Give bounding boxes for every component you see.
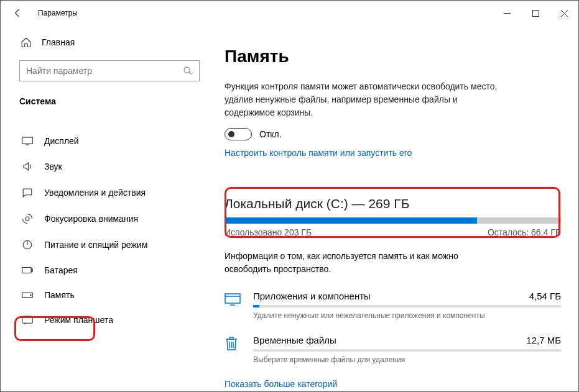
apps-icon (225, 291, 241, 306)
sidebar-item-battery[interactable]: Батарея (13, 258, 200, 283)
sidebar-item-label: Режим планшета (44, 315, 113, 325)
category-size: 12,7 МБ (526, 335, 561, 345)
category-hint: Выберите временные файлы для удаления (253, 355, 561, 364)
svg-line-5 (189, 72, 192, 75)
disk-used-label: Использовано 203 ГБ (225, 227, 312, 237)
storage-sense-desc: Функция контроля памяти может автоматиче… (225, 80, 498, 119)
svg-point-8 (25, 217, 29, 221)
svg-rect-15 (22, 316, 33, 323)
disk-section: Локальный диск (C:) — 269 ГБ Использован… (225, 196, 561, 237)
window-title: Параметры (38, 9, 78, 17)
minimize-button[interactable] (493, 3, 521, 23)
battery-icon (22, 267, 33, 274)
sidebar-item-label: Батарея (44, 265, 78, 275)
category-size: 4,54 ГБ (529, 291, 561, 301)
sidebar-item-label: Дисплей (44, 136, 79, 146)
sidebar-home[interactable]: Главная (13, 32, 200, 53)
back-button[interactable] (12, 7, 24, 19)
notifications-icon (22, 187, 33, 198)
sidebar-item-label: Звук (44, 162, 62, 171)
search-input[interactable] (26, 66, 183, 76)
sidebar-item-label: Питание и спящий режим (44, 240, 147, 250)
storage-info-text: Информация о том, как используется памят… (225, 250, 492, 276)
settings-window: Параметры Главная (0, 0, 579, 392)
search-icon (183, 66, 193, 76)
maximize-button[interactable] (521, 3, 550, 23)
sidebar-nav: Дисплей Звук Уведомления и действия Фоку… (13, 129, 200, 332)
home-icon (21, 37, 32, 48)
svg-rect-6 (22, 137, 33, 144)
svg-rect-16 (225, 294, 240, 303)
disk-free-label: Осталось: 66,4 ГБ (488, 227, 561, 237)
sidebar-item-label: Фокусировка внимания (44, 214, 138, 224)
svg-rect-12 (32, 269, 33, 272)
sidebar-item-tablet[interactable]: Режим планшета (13, 308, 200, 332)
sidebar-home-label: Главная (42, 37, 75, 47)
window-controls (493, 3, 578, 23)
category-hint: Удалите ненужные или нежелательные прило… (253, 311, 561, 320)
close-button[interactable] (550, 3, 578, 23)
sidebar-item-sound[interactable]: Звук (13, 153, 200, 180)
category-apps[interactable]: Приложения и компоненты 4,54 ГБ Удалите … (225, 291, 561, 320)
disk-title: Локальный диск (C:) — 269 ГБ (225, 196, 561, 211)
sidebar-item-power[interactable]: Питание и спящий режим (13, 232, 200, 258)
sidebar-item-label: Память (44, 290, 75, 300)
toggle-label: Откл. (259, 129, 282, 139)
category-name: Временные файлы (253, 335, 336, 345)
svg-point-14 (30, 294, 32, 296)
power-icon (22, 239, 33, 250)
category-name: Приложения и компоненты (253, 291, 371, 301)
category-temp[interactable]: Временные файлы 12,7 МБ Выберите временн… (225, 335, 561, 364)
sidebar-item-label: Уведомления и действия (44, 188, 146, 198)
main-pane: Память Функция контроля памяти может авт… (200, 25, 578, 391)
search-box[interactable] (19, 60, 200, 81)
sidebar-section: Система (13, 89, 200, 114)
disk-usage-bar (225, 217, 561, 224)
storage-icon (22, 292, 33, 298)
svg-rect-11 (22, 268, 31, 273)
storage-sense-toggle[interactable] (225, 128, 252, 140)
svg-rect-1 (532, 10, 539, 16)
configure-storage-sense-link[interactable]: Настроить контроль памяти или запустить … (225, 148, 561, 158)
disk-usage-fill (225, 217, 477, 224)
trash-icon (225, 335, 241, 351)
category-fill (253, 305, 259, 308)
sidebar-item-notifications[interactable]: Уведомления и действия (13, 180, 200, 206)
sound-icon (22, 161, 33, 172)
sidebar-item-focus[interactable]: Фокусировка внимания (13, 206, 200, 232)
page-title: Память (225, 47, 561, 66)
sidebar: Главная Система Дисплей Звук (1, 25, 200, 391)
svg-point-4 (184, 67, 190, 73)
focus-icon (22, 213, 33, 224)
sidebar-item-display[interactable]: Дисплей (13, 129, 200, 153)
display-icon (22, 137, 33, 145)
sidebar-item-storage[interactable]: Память (13, 283, 200, 308)
show-more-categories-link[interactable]: Показать больше категорий (225, 379, 561, 389)
tablet-icon (22, 316, 33, 324)
titlebar: Параметры (1, 1, 578, 25)
